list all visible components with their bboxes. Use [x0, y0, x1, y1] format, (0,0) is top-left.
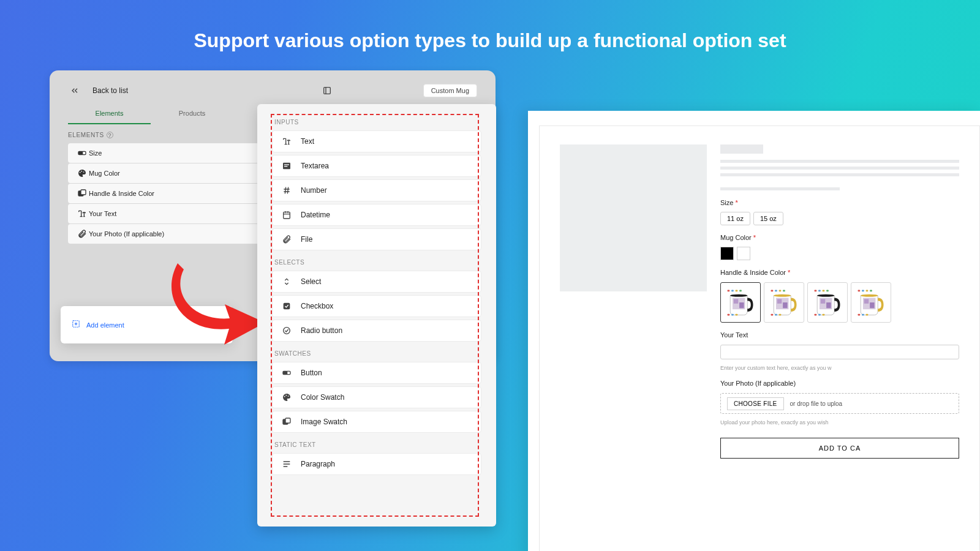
type-group-header: SELECTS	[274, 259, 481, 266]
type-option[interactable]: Number	[272, 179, 481, 201]
svg-rect-55	[728, 314, 730, 316]
svg-rect-57	[736, 314, 738, 316]
back-icon[interactable]	[68, 84, 81, 97]
choose-file-button[interactable]: CHOOSE FILE	[727, 397, 784, 410]
svg-point-10	[83, 171, 85, 173]
svg-rect-77	[815, 314, 817, 316]
swatch-white[interactable]	[737, 247, 750, 260]
svg-point-9	[81, 171, 82, 172]
type-option[interactable]: File	[272, 228, 481, 250]
handle-color-option[interactable]	[851, 282, 891, 323]
handle-color-option[interactable]	[764, 282, 804, 323]
svg-rect-17	[81, 190, 86, 195]
palette-icon	[281, 392, 292, 402]
size-option[interactable]: 11 oz	[720, 212, 750, 225]
datetime-icon	[281, 210, 292, 220]
text-icon	[281, 137, 292, 146]
svg-point-76	[817, 294, 834, 297]
svg-rect-48	[731, 290, 734, 291]
arrow-illustration	[165, 254, 270, 358]
add-element-label: Add element	[86, 321, 124, 329]
svg-rect-75	[826, 302, 831, 308]
skeleton-title	[720, 144, 763, 154]
svg-point-42	[284, 396, 285, 397]
back-to-list-link[interactable]: Back to list	[92, 86, 128, 95]
skeleton-line	[720, 187, 840, 190]
svg-rect-82	[866, 290, 869, 291]
type-option[interactable]: Text	[272, 130, 481, 152]
svg-rect-50	[739, 290, 742, 291]
file-drop-zone[interactable]: CHOOSE FILE or drop file to uploa	[720, 393, 959, 414]
svg-rect-60	[779, 290, 782, 291]
your-text-hint: Enter your custom text here, exactly as …	[720, 365, 959, 371]
svg-rect-64	[783, 302, 787, 308]
help-icon[interactable]: ?	[107, 132, 113, 138]
svg-rect-80	[858, 290, 861, 291]
option-label-handle-color: Handle & Inside Color *	[720, 269, 959, 276]
size-option[interactable]: 15 oz	[753, 212, 783, 225]
type-label: Image Swatch	[301, 418, 347, 426]
svg-rect-90	[866, 314, 869, 316]
type-label: Button	[301, 369, 322, 377]
swatch-black[interactable]	[720, 247, 734, 260]
button-swatch-icon	[281, 368, 292, 378]
svg-rect-66	[771, 314, 774, 316]
svg-rect-46	[285, 418, 290, 423]
skeleton-line	[720, 167, 959, 170]
svg-rect-63	[777, 299, 782, 303]
type-option[interactable]: Radio button	[272, 320, 481, 342]
tab-elements[interactable]: Elements	[68, 103, 151, 124]
svg-rect-89	[862, 314, 864, 316]
drop-hint: or drop file to uploa	[790, 400, 843, 407]
image-swatch-icon	[281, 417, 292, 427]
svg-rect-85	[864, 299, 869, 303]
type-label: Paragraph	[301, 460, 335, 468]
type-option[interactable]: Checkbox	[272, 295, 481, 317]
select-icon	[281, 277, 292, 287]
option-label-your-text: Your Text	[720, 331, 959, 339]
svg-rect-68	[779, 314, 782, 316]
svg-rect-36	[284, 166, 287, 167]
svg-rect-72	[826, 290, 829, 291]
type-option[interactable]: Datetime	[272, 204, 481, 226]
handle-color-option[interactable]	[720, 282, 761, 323]
type-option[interactable]: Button	[272, 362, 481, 384]
skeleton-line	[720, 173, 959, 176]
type-option[interactable]: Paragraph	[272, 453, 481, 475]
button-swatch-icon	[75, 148, 89, 158]
type-label: Datetime	[301, 211, 330, 219]
svg-rect-79	[823, 314, 825, 316]
svg-point-43	[285, 395, 287, 396]
type-label: Color Swatch	[301, 393, 344, 402]
svg-rect-52	[734, 299, 738, 303]
add-icon	[72, 320, 80, 330]
svg-rect-69	[815, 290, 817, 291]
type-option[interactable]: Select	[272, 271, 481, 293]
type-option[interactable]: Color Swatch	[272, 386, 481, 408]
svg-rect-38	[284, 303, 290, 310]
photo-hint: Upload your photo here, exactly as you w…	[720, 419, 959, 425]
svg-rect-71	[823, 290, 825, 291]
svg-rect-56	[731, 314, 734, 316]
your-text-input[interactable]	[720, 345, 959, 359]
expand-icon[interactable]	[320, 84, 334, 97]
type-label: Number	[301, 186, 327, 195]
handle-color-option[interactable]	[807, 282, 848, 323]
type-option[interactable]: Textarea	[272, 155, 481, 177]
svg-rect-47	[728, 290, 730, 291]
product-chip[interactable]: Custom Mug	[423, 84, 477, 97]
type-group-header: SWATCHES	[274, 350, 481, 357]
type-option[interactable]: Image Swatch	[272, 411, 481, 433]
type-group-header: STATIC TEXT	[274, 441, 481, 448]
number-icon	[281, 186, 292, 195]
svg-point-39	[284, 328, 290, 334]
svg-point-8	[80, 172, 81, 173]
svg-rect-49	[736, 290, 738, 291]
type-label: Radio button	[301, 326, 342, 335]
type-group-header: INPUTS	[274, 119, 481, 126]
option-label-mug-color: Mug Color *	[720, 234, 959, 241]
palette-icon	[75, 168, 89, 178]
tab-products[interactable]: Products	[151, 103, 233, 124]
text-icon	[75, 209, 89, 219]
add-to-cart-button[interactable]: ADD TO CA	[720, 438, 959, 459]
